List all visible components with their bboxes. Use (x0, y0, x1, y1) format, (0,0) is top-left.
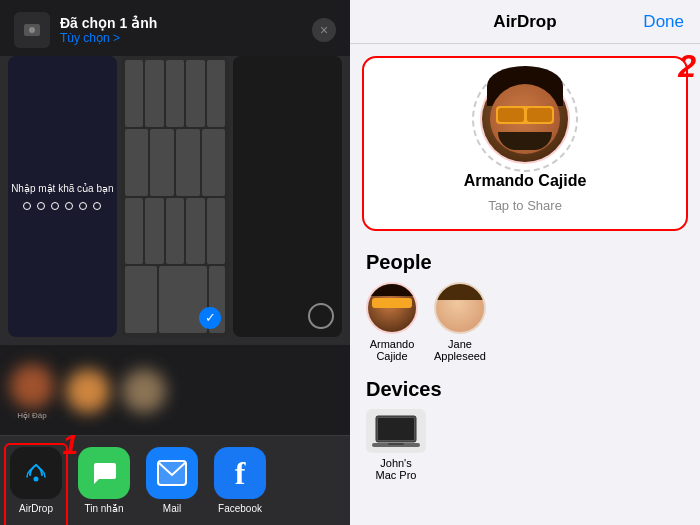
jane-avatar (434, 282, 486, 334)
sending-target-card[interactable]: Armando Cajide Tap to Share 2 (362, 56, 688, 231)
airdrop-icon-box (10, 447, 62, 499)
kb-key (145, 60, 164, 127)
armando-name: ArmandoCajide (370, 338, 415, 362)
passcode-screen-card[interactable]: Nhập mật khã của bạn (8, 56, 117, 337)
screenshot-area: Nhập mật khã của bạn (0, 56, 350, 345)
memoji-skin (490, 84, 560, 154)
lens-right (527, 108, 553, 122)
people-row: ArmandoCajide JaneAppleseed (350, 278, 700, 370)
tin-nhan-share-item[interactable]: Tin nhắn (78, 447, 130, 514)
right-panel: AirDrop Done Armando Caji (350, 0, 700, 525)
close-button[interactable]: × (312, 18, 336, 42)
armando-avatar (366, 282, 418, 334)
people-section-label: People (350, 243, 700, 278)
lens-left (498, 108, 524, 122)
kb-key (207, 198, 226, 265)
dot-1 (23, 202, 31, 210)
kb-key (145, 198, 164, 265)
airdrop-share-item[interactable]: AirDrop 1 (10, 447, 62, 514)
airdrop-title: AirDrop (493, 12, 556, 32)
mail-label: Mail (163, 503, 181, 514)
avatar-blur-1 (10, 364, 54, 408)
devices-row: John'sMac Pro (350, 405, 700, 485)
memoji-beard (498, 132, 552, 150)
mail-icon-box (146, 447, 198, 499)
device-name-johns: John'sMac Pro (376, 457, 417, 481)
person-jane[interactable]: JaneAppleseed (434, 282, 486, 362)
person-3 (122, 369, 166, 416)
right-header: AirDrop Done (350, 0, 700, 44)
kb-key (176, 129, 200, 196)
kb-key (125, 266, 157, 333)
person-1: Hội Đáp (10, 364, 54, 420)
facebook-label: Facebook (218, 503, 262, 514)
jane-hair (436, 284, 484, 300)
facebook-icon-box: f (214, 447, 266, 499)
kb-key (202, 129, 226, 196)
kb-key (186, 198, 205, 265)
svg-point-2 (22, 459, 50, 487)
kb-key (166, 60, 185, 127)
tin-nhan-label: Tin nhắn (85, 503, 124, 514)
dot-6 (93, 202, 101, 210)
avatar-blur-3 (122, 369, 166, 413)
kb-key (166, 198, 185, 265)
avatar-blur-2 (66, 369, 110, 413)
header-title: Đã chọn 1 ảnh (60, 15, 302, 31)
memoji-sunglasses (496, 106, 554, 124)
person-armando[interactable]: ArmandoCajide (366, 282, 418, 362)
keyboard-screen-card[interactable] (121, 56, 230, 337)
person-label-1: Hội Đáp (17, 411, 46, 420)
svg-point-1 (29, 27, 35, 33)
memoji-face (482, 76, 568, 162)
dot-5 (79, 202, 87, 210)
armando-memoji (368, 284, 416, 332)
kb-key (209, 266, 225, 333)
airdrop-icon (20, 457, 52, 489)
people-strip: Hội Đáp (0, 345, 350, 435)
kb-key (207, 60, 226, 127)
camera-screen-card[interactable] (233, 56, 342, 337)
facebook-share-item[interactable]: f Facebook (214, 447, 266, 514)
small-glasses (372, 298, 412, 308)
svg-rect-7 (378, 418, 414, 440)
small-hair (370, 284, 414, 296)
jane-memoji (436, 284, 484, 332)
macbook-icon (372, 414, 420, 448)
kb-key (150, 129, 174, 196)
target-name: Armando Cajide (464, 172, 587, 190)
device-johns-mac[interactable]: John'sMac Pro (366, 409, 426, 481)
tin-nhan-icon-box (78, 447, 130, 499)
done-button[interactable]: Done (643, 12, 684, 32)
share-bar: AirDrop 1 Tin nhắn Mail (0, 435, 350, 525)
devices-section-label: Devices (350, 370, 700, 405)
dot-4 (65, 202, 73, 210)
passcode-text: Nhập mật khã của bạn (11, 183, 113, 194)
number-badge-2: 2 (678, 48, 696, 85)
dot-3 (51, 202, 59, 210)
airdrop-label: AirDrop (19, 503, 53, 514)
left-header: Đã chọn 1 ảnh Tùy chọn > × (0, 0, 350, 56)
messages-icon (89, 458, 119, 488)
target-sub: Tap to Share (488, 198, 562, 213)
facebook-f-icon: f (235, 455, 246, 492)
left-panel: Đã chọn 1 ảnh Tùy chọn > × Nhập mật khã … (0, 0, 350, 525)
kb-key (186, 60, 205, 127)
kb-key (125, 129, 149, 196)
number-badge-1: 1 (62, 429, 78, 461)
header-sub[interactable]: Tùy chọn > (60, 31, 302, 45)
person-2 (66, 369, 110, 416)
photo-thumbnail (14, 12, 50, 48)
kb-key (125, 60, 144, 127)
kb-key (159, 266, 207, 333)
mail-share-item[interactable]: Mail (146, 447, 198, 514)
target-avatar (480, 74, 570, 164)
jane-name: JaneAppleseed (434, 338, 486, 362)
mail-icon (157, 460, 187, 486)
keyboard-screen (121, 56, 230, 337)
macbook-icon-box (366, 409, 426, 453)
svg-rect-9 (388, 443, 404, 445)
passcode-dots (23, 202, 101, 210)
dot-2 (37, 202, 45, 210)
svg-point-3 (34, 477, 39, 482)
